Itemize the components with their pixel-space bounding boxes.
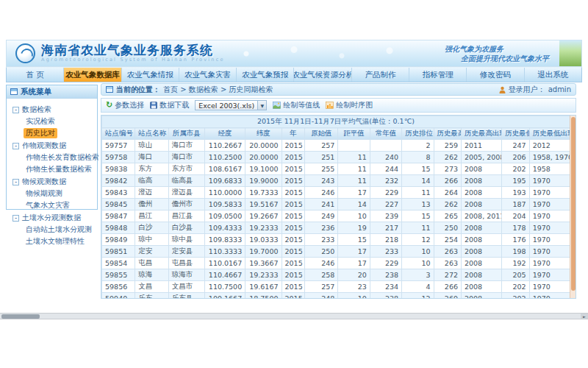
table-row[interactable]: 59758海口海口市110.250020.0000201525111240826…	[102, 152, 570, 163]
format-select[interactable]: Excel 2003(.xls) ▼	[195, 100, 267, 110]
nav-item-4[interactable]: 农业气象预报	[237, 68, 294, 82]
nav-item-2[interactable]: 农业气象情报	[122, 68, 179, 82]
table-cell: 2008, 2011	[461, 210, 501, 222]
table-cell: 195	[502, 175, 529, 187]
tree-item[interactable]: 实况检索	[24, 116, 57, 127]
tree-group[interactable]: -土壤水分观测数据	[12, 213, 96, 223]
nav-item-8[interactable]: 修改密码	[467, 68, 524, 82]
collapse-icon[interactable]: -	[12, 143, 19, 149]
table-cell	[370, 140, 401, 152]
table-row[interactable]: 59848白沙白沙县109.433319.2333201523619217112…	[102, 222, 570, 234]
draw-contour-button[interactable]: 绘制等值线	[273, 100, 320, 110]
nav-item-6[interactable]: 产品制作	[352, 68, 409, 82]
table-cell: 110.7500	[204, 281, 245, 293]
meteorology-logo-icon	[15, 43, 35, 63]
tree-group[interactable]: -作物观测数据	[12, 141, 96, 151]
table-cell: 2015	[282, 210, 305, 222]
table-row[interactable]: 59856文昌文昌市110.750019.6167201525723234426…	[102, 281, 570, 293]
chevron-down-icon[interactable]: ▼	[257, 101, 266, 110]
vertical-scrollbar-thumb[interactable]	[571, 117, 576, 291]
nav-item-5[interactable]: 农业气候资源分析	[294, 68, 351, 82]
collapse-icon[interactable]: -	[12, 107, 19, 113]
table-cell: 17	[338, 258, 370, 269]
table-row[interactable]: 59757琼山海口市110.266720.0000201525722592011…	[102, 140, 570, 152]
column-header: 历史最低	[502, 128, 529, 140]
collapse-icon[interactable]: -	[12, 179, 19, 185]
table-cell: 2015	[282, 281, 305, 293]
horizontal-scrollbar[interactable]: ►	[0, 313, 588, 319]
horizontal-scrollbar-thumb[interactable]	[1, 314, 40, 319]
data-download-button[interactable]: 数据下载	[150, 100, 189, 110]
nav-item-9[interactable]: 退出系统	[525, 68, 581, 82]
table-cell: 2008	[461, 246, 501, 258]
draw-timeseries-button[interactable]: 绘制时序图	[326, 100, 373, 110]
table-cell: 239	[370, 210, 401, 222]
table-row[interactable]: 59843澄迈澄迈县110.000019.7333201524617229112…	[102, 187, 570, 199]
tree-group[interactable]: -数据检索	[12, 105, 96, 115]
table-row[interactable]: 59847昌江昌江县109.050019.2667201524910239152…	[102, 210, 570, 222]
tree-item[interactable]: 作物生长发育数据检索	[24, 152, 101, 163]
table-row[interactable]: 59854屯昌屯昌县110.016719.3667201524617229102…	[102, 258, 570, 269]
collapse-icon[interactable]: -	[12, 215, 19, 222]
banner-decoration	[227, 43, 418, 64]
table-cell: 59843	[102, 187, 135, 199]
table-cell: 1970	[529, 281, 570, 293]
table-cell: 109.0500	[204, 210, 245, 222]
table-cell: 17	[338, 246, 370, 258]
param-select-button[interactable]: ↻ 参数选择	[106, 100, 144, 110]
table-cell: 2008	[461, 175, 501, 187]
table-cell: 272	[434, 269, 461, 281]
table-cell: 2015	[282, 175, 305, 187]
table-cell: 15	[402, 163, 434, 175]
table-cell: 19.9000	[245, 175, 282, 187]
table-cell: 2008	[461, 187, 501, 199]
table-cell: 琼中	[135, 234, 168, 246]
table-cell: 琼山	[135, 140, 168, 152]
tree-item[interactable]: 自动站土壤水分观测	[24, 224, 94, 235]
table-cell: 1970	[529, 187, 570, 199]
table-row[interactable]: 59940乐东乐东县109.166718.7500201524810238122…	[102, 293, 570, 300]
tree-item[interactable]: 作物生长量数据检索	[24, 164, 94, 174]
table-cell: 10	[338, 210, 370, 222]
table-cell: 11	[338, 175, 370, 187]
breadcrumb-path[interactable]: 首页 > 数据检索 > 历史同期检索	[163, 85, 273, 95]
table-cell: 2015	[282, 234, 305, 246]
table-vertical-scrollbar[interactable]	[570, 116, 576, 298]
nav-item-1[interactable]: 农业气象数据库	[64, 68, 121, 82]
table-cell: 2012	[529, 140, 570, 152]
menu-icon	[10, 88, 18, 95]
slogan-line2: 全面提升现代农业气象水平	[461, 54, 549, 63]
nav-item-7[interactable]: 指标管理	[409, 68, 467, 82]
table-cell: 19.6167	[245, 281, 282, 293]
tree-item[interactable]: 土壤水文物理特性	[24, 236, 87, 247]
table-cell: 乐东	[135, 293, 168, 300]
tree-item[interactable]: 历史比对	[24, 128, 57, 138]
table-row[interactable]: 59849琼中琼中县109.833319.0333201523315218122…	[102, 234, 570, 246]
sidebar-header: 系统菜单	[7, 85, 97, 99]
nav-item-0[interactable]: 首 页	[7, 68, 64, 82]
tree-item[interactable]: 气象水文灾害	[24, 200, 72, 210]
rice-field-image	[559, 40, 581, 66]
tree-group[interactable]: -物候观测数据	[12, 177, 96, 187]
table-cell: 14	[402, 175, 434, 187]
table-row[interactable]: 59838东方东方市108.616719.1000201525511244152…	[102, 163, 570, 175]
table-cell: 11	[338, 163, 370, 175]
nav-item-3[interactable]: 农业气象灾害	[179, 68, 237, 82]
table-cell: 琼海市	[168, 269, 204, 281]
table-cell: 19.7000	[245, 246, 282, 258]
table-cell: 243	[305, 175, 338, 187]
table-row[interactable]: 59851定安定安县110.333319.7000201525017233102…	[102, 246, 570, 258]
format-select-value: Excel 2003(.xls)	[196, 102, 257, 110]
table-cell: 59849	[102, 234, 135, 246]
table-cell: 233	[305, 234, 338, 246]
table-row[interactable]: 59842临高临高县109.683319.9000201524311232142…	[102, 175, 570, 187]
tree-group-label: 数据检索	[22, 105, 51, 115]
tree-item[interactable]: 物候期观测	[24, 188, 65, 199]
breadcrumb-prefix: 当前的位置：	[116, 85, 160, 95]
scroll-right-arrow-icon[interactable]: ►	[581, 314, 588, 319]
table-row[interactable]: 59855琼海琼海市110.466719.2333201525820238327…	[102, 269, 570, 281]
table-cell: 乐东县	[168, 293, 204, 300]
table-row[interactable]: 59845儋州儋州市109.583319.5167201524114227132…	[102, 199, 570, 210]
app-title: 海南省农业气象业务服务系统	[41, 44, 225, 57]
table-cell: 8	[402, 152, 434, 163]
